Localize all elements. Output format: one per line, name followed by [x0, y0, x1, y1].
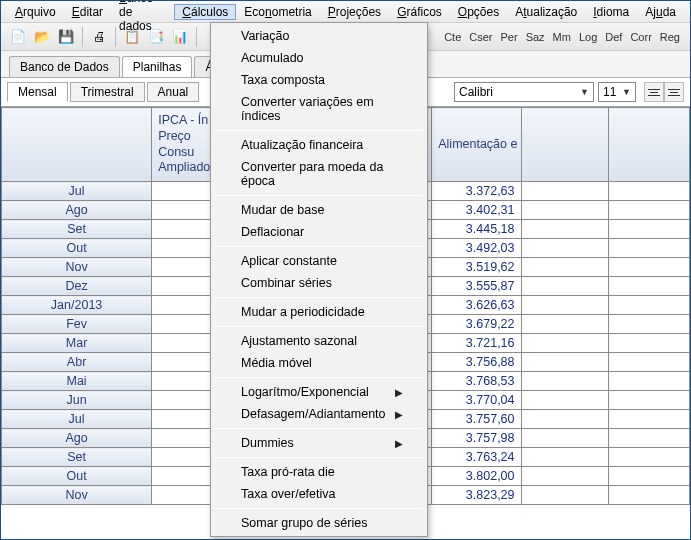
row-header[interactable]: Jun [2, 391, 152, 410]
align-left-button[interactable] [644, 82, 664, 102]
row-header[interactable]: Out [2, 239, 152, 258]
row-header[interactable]: Jan/2013 [2, 296, 152, 315]
cell[interactable] [152, 277, 215, 296]
menu-item-taxa-composta[interactable]: Taxa composta [213, 69, 425, 91]
row-header[interactable]: Ago [2, 429, 152, 448]
menu-item-taxa-over-efetiva[interactable]: Taxa over/efetiva [213, 483, 425, 505]
cell[interactable] [521, 334, 608, 353]
menu-item-ajustamento-sazonal[interactable]: Ajustamento sazonal [213, 330, 425, 352]
column-header-empty[interactable] [608, 108, 689, 182]
menu-cálculos[interactable]: Cálculos [174, 4, 236, 20]
menu-item-deflacionar[interactable]: Deflacionar [213, 221, 425, 243]
cell[interactable] [608, 467, 689, 486]
menu-item-atualiza-o-financeira[interactable]: Atualização financeira [213, 134, 425, 156]
cell-value[interactable]: 3.626,63 [432, 296, 521, 315]
cell[interactable] [608, 486, 689, 505]
cell[interactable] [152, 258, 215, 277]
toolbar-cser[interactable]: Cser [465, 31, 496, 43]
cell[interactable] [521, 201, 608, 220]
toolbar-def[interactable]: Def [601, 31, 626, 43]
cell[interactable] [608, 220, 689, 239]
menu-item-acumulado[interactable]: Acumulado [213, 47, 425, 69]
cell-value[interactable]: 3.402,31 [432, 201, 521, 220]
cell[interactable] [608, 448, 689, 467]
menu-editar[interactable]: Editar [64, 4, 111, 20]
row-header[interactable]: Jul [2, 410, 152, 429]
cell-value[interactable]: 3.555,87 [432, 277, 521, 296]
menu-econometria[interactable]: Econometria [236, 4, 319, 20]
cell[interactable] [608, 429, 689, 448]
period-tab-anual[interactable]: Anual [147, 82, 200, 102]
row-header[interactable]: Set [2, 448, 152, 467]
row-header[interactable]: Mai [2, 372, 152, 391]
cell[interactable] [521, 372, 608, 391]
cell[interactable] [152, 353, 215, 372]
cell-value[interactable]: 3.721,16 [432, 334, 521, 353]
cell-value[interactable]: 3.757,98 [432, 429, 521, 448]
menu-item-logar-tmo-exponencial[interactable]: Logarítmo/Exponencial▶ [213, 381, 425, 403]
toolbar-log[interactable]: Log [575, 31, 601, 43]
cell[interactable] [152, 334, 215, 353]
cell[interactable] [521, 296, 608, 315]
menu-ajuda[interactable]: Ajuda [637, 4, 684, 20]
font-family-select[interactable]: Calibri ▼ [454, 82, 594, 102]
period-tab-trimestral[interactable]: Trimestral [70, 82, 145, 102]
cell[interactable] [521, 277, 608, 296]
cell-value[interactable]: 3.756,88 [432, 353, 521, 372]
align-center-button[interactable] [664, 82, 684, 102]
row-header[interactable]: Ago [2, 201, 152, 220]
cell[interactable] [521, 353, 608, 372]
cell[interactable] [608, 277, 689, 296]
cell[interactable] [152, 448, 215, 467]
cell[interactable] [521, 467, 608, 486]
cell[interactable] [608, 239, 689, 258]
cell[interactable] [521, 391, 608, 410]
cell[interactable] [608, 258, 689, 277]
cell[interactable] [521, 486, 608, 505]
column-header-ipca[interactable]: IPCA - Ín Preço Consu Ampliado ( [152, 108, 215, 182]
cell[interactable] [152, 372, 215, 391]
menu-banco-de-dados[interactable]: Banco de dados [111, 0, 174, 34]
row-header[interactable]: Dez [2, 277, 152, 296]
menu-item-combinar-s-ries[interactable]: Combinar séries [213, 272, 425, 294]
cell[interactable] [152, 296, 215, 315]
open-icon[interactable]: 📂 [31, 26, 53, 48]
cell-value[interactable]: 3.768,53 [432, 372, 521, 391]
cell[interactable] [608, 182, 689, 201]
cell[interactable] [608, 296, 689, 315]
cell-value[interactable]: 3.770,04 [432, 391, 521, 410]
row-header[interactable]: Fev [2, 315, 152, 334]
menu-arquivo[interactable]: Arquivo [7, 4, 64, 20]
cell[interactable] [152, 391, 215, 410]
print-icon[interactable]: 🖨 [88, 26, 110, 48]
row-header[interactable]: Mar [2, 334, 152, 353]
menu-gráficos[interactable]: Gráficos [389, 4, 450, 20]
period-tab-mensal[interactable]: Mensal [7, 82, 68, 102]
cell-value[interactable]: 3.763,24 [432, 448, 521, 467]
menu-item-defasagem-adiantamento[interactable]: Defasagem/Adiantamento▶ [213, 403, 425, 425]
cell[interactable] [521, 448, 608, 467]
toolbar-mm[interactable]: Mm [549, 31, 575, 43]
menu-item-converter-para-moeda-da-poca[interactable]: Converter para moeda da época [213, 156, 425, 192]
cell[interactable] [152, 410, 215, 429]
cell-value[interactable]: 3.372,63 [432, 182, 521, 201]
cell[interactable] [152, 467, 215, 486]
menu-item-converter-varia-es-em-ndices[interactable]: Converter variações em índices [213, 91, 425, 127]
cell-value[interactable]: 3.823,29 [432, 486, 521, 505]
cell[interactable] [608, 372, 689, 391]
cell[interactable] [521, 429, 608, 448]
toolbar-per[interactable]: Per [497, 31, 522, 43]
cell[interactable] [152, 201, 215, 220]
cell[interactable] [152, 239, 215, 258]
menu-item-dummies[interactable]: Dummies▶ [213, 432, 425, 454]
menu-item-somar-grupo-de-s-ries[interactable]: Somar grupo de séries [213, 512, 425, 534]
cell[interactable] [521, 220, 608, 239]
toolbar-reg[interactable]: Reg [656, 31, 684, 43]
cell[interactable] [152, 182, 215, 201]
toolbar-corr[interactable]: Corr [626, 31, 655, 43]
cell[interactable] [521, 258, 608, 277]
cell[interactable] [152, 486, 215, 505]
cell-value[interactable]: 3.679,22 [432, 315, 521, 334]
cell-value[interactable]: 3.492,03 [432, 239, 521, 258]
cell[interactable] [608, 334, 689, 353]
